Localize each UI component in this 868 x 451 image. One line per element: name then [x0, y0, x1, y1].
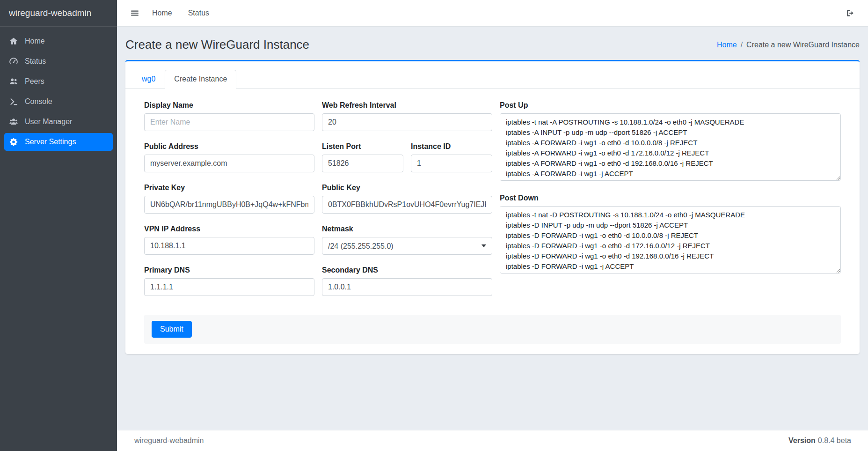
topnav-link-status[interactable]: Status: [181, 6, 216, 21]
primary-dns-field[interactable]: [144, 278, 314, 296]
breadcrumb-current: Create a new WireGuard Instance: [746, 41, 860, 49]
breadcrumb-separator: /: [741, 41, 743, 49]
instance-card: wg0 Create Instance Display Name Public …: [125, 60, 860, 354]
port-instance-group: Listen Port Instance ID: [322, 142, 492, 172]
tab-wg0[interactable]: wg0: [132, 70, 165, 89]
vpn-ip-field[interactable]: [144, 237, 314, 255]
breadcrumb-home-link[interactable]: Home: [717, 41, 737, 49]
logout-button[interactable]: [842, 6, 859, 21]
web-refresh-group: Web Refresh Interval: [322, 101, 492, 131]
logout-icon: [846, 9, 854, 17]
content: wg0 Create Instance Display Name Public …: [117, 60, 868, 430]
content-header: Create a new WireGuard Instance Home / C…: [117, 27, 868, 60]
post-up-group: Post Up iptables -t nat -A POSTROUTING -…: [500, 101, 841, 183]
vpn-ip-label: VPN IP Address: [144, 225, 314, 233]
form-column-right: Post Up iptables -t nat -A POSTROUTING -…: [500, 101, 841, 307]
secondary-dns-label: Secondary DNS: [322, 266, 492, 274]
menu-icon: [131, 9, 139, 17]
page-footer: wireguard-webadmin Version0.8.4 beta: [117, 430, 868, 451]
version-value: 0.8.4 beta: [818, 436, 851, 444]
listen-port-field[interactable]: [322, 155, 403, 172]
tab-create-instance[interactable]: Create Instance: [165, 70, 236, 89]
form-column-middle: Web Refresh Interval Listen Port Instanc…: [322, 101, 492, 307]
netmask-label: Netmask: [322, 225, 492, 233]
footer-brand: wireguard-webadmin: [134, 436, 204, 445]
secondary-dns-field[interactable]: [322, 278, 492, 296]
sidebar-item-server-settings[interactable]: Server Settings: [4, 133, 113, 151]
sidebar-item-home[interactable]: Home: [4, 32, 113, 50]
sidebar-item-label: Peers: [25, 77, 44, 86]
home-icon: [8, 37, 19, 45]
post-up-textarea[interactable]: iptables -t nat -A POSTROUTING -s 10.188…: [500, 113, 841, 181]
post-down-group: Post Down iptables -t nat -D POSTROUTING…: [500, 194, 841, 275]
form-column-left: Display Name Public Address Private Key: [144, 101, 314, 307]
instance-tabs: wg0 Create Instance: [125, 70, 860, 89]
page-title: Create a new WireGuard Instance: [125, 37, 309, 52]
sidebar-item-label: Home: [25, 37, 45, 45]
display-name-label: Display Name: [144, 101, 314, 110]
gear-icon: [8, 138, 19, 146]
post-down-textarea[interactable]: iptables -t nat -D POSTROUTING -s 10.188…: [500, 206, 841, 274]
public-key-field[interactable]: [322, 196, 492, 214]
gauge-icon: [8, 57, 19, 66]
netmask-select[interactable]: /24 (255.255.255.0): [322, 237, 492, 255]
submit-bar: Submit: [144, 315, 841, 344]
user-group-icon: [8, 118, 19, 126]
breadcrumb: Home / Create a new WireGuard Instance: [717, 41, 860, 49]
top-navbar: Home Status: [117, 0, 868, 27]
instance-id-label: Instance ID: [411, 142, 492, 151]
instance-id-field[interactable]: [411, 155, 492, 172]
sidebar-toggle-button[interactable]: [126, 6, 143, 21]
netmask-group: Netmask /24 (255.255.255.0): [322, 225, 492, 255]
post-up-label: Post Up: [500, 101, 841, 110]
main-area: Home Status Create a new WireGuard Insta…: [117, 0, 868, 451]
sidebar-item-user-manager[interactable]: User Manager: [4, 113, 113, 131]
private-key-group: Private Key: [144, 184, 314, 214]
vpn-ip-group: VPN IP Address: [144, 225, 314, 255]
sidebar-item-status[interactable]: Status: [4, 52, 113, 70]
sidebar-nav: Home Status Peers Console User Manager: [0, 27, 117, 156]
users-icon: [8, 77, 19, 86]
sidebar-item-label: User Manager: [25, 118, 72, 126]
sidebar-item-label: Console: [25, 97, 52, 106]
instance-id-group: Instance ID: [411, 142, 492, 172]
submit-button[interactable]: Submit: [152, 321, 192, 338]
web-refresh-label: Web Refresh Interval: [322, 101, 492, 110]
version-label: Version: [788, 436, 816, 444]
listen-port-group: Listen Port: [322, 142, 403, 172]
primary-dns-label: Primary DNS: [144, 266, 314, 274]
secondary-dns-group: Secondary DNS: [322, 266, 492, 296]
topnav-link-home[interactable]: Home: [145, 6, 179, 21]
sidebar: wireguard-webadmin Home Status Peers Con…: [0, 0, 117, 451]
private-key-label: Private Key: [144, 184, 314, 192]
sidebar-item-peers[interactable]: Peers: [4, 73, 113, 90]
post-down-label: Post Down: [500, 194, 841, 202]
public-address-field[interactable]: [144, 155, 314, 172]
private-key-field[interactable]: [144, 196, 314, 214]
public-address-label: Public Address: [144, 142, 314, 151]
public-key-group: Public Key: [322, 184, 492, 214]
sidebar-item-label: Server Settings: [25, 138, 76, 146]
primary-dns-group: Primary DNS: [144, 266, 314, 296]
public-address-group: Public Address: [144, 142, 314, 172]
instance-form: Display Name Public Address Private Key: [125, 89, 860, 354]
public-key-label: Public Key: [322, 184, 492, 192]
display-name-group: Display Name: [144, 101, 314, 131]
version-info: Version0.8.4 beta: [788, 436, 851, 445]
display-name-field[interactable]: [144, 113, 314, 131]
web-refresh-field[interactable]: [322, 113, 492, 131]
sidebar-item-console[interactable]: Console: [4, 93, 113, 111]
sidebar-item-label: Status: [25, 57, 46, 66]
brand: wireguard-webadmin: [0, 0, 117, 27]
terminal-icon: [8, 97, 19, 106]
listen-port-label: Listen Port: [322, 142, 403, 151]
